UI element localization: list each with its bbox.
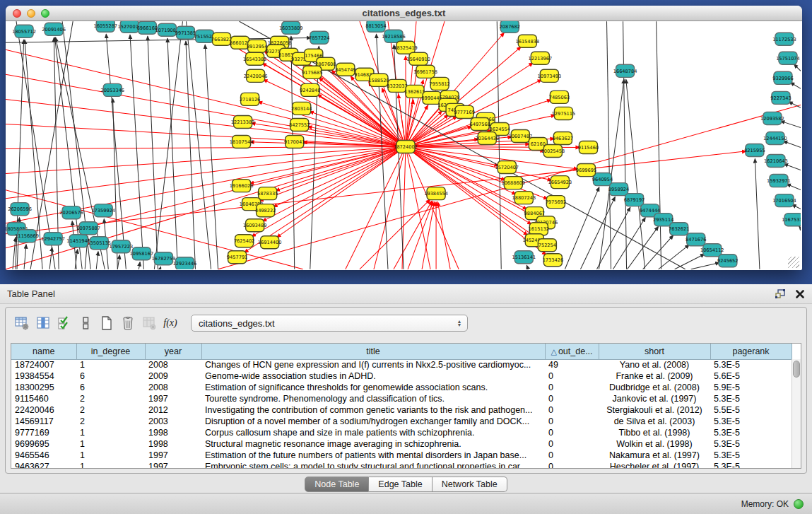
network-graph[interactable]: 1872400718055712200914061605528715270072…: [6, 21, 801, 269]
red-edge[interactable]: [264, 79, 406, 146]
table-cell[interactable]: 0: [545, 382, 599, 393]
table-cell[interactable]: Franke et al. (2009): [599, 370, 710, 382]
table-cell[interactable]: 2012: [145, 404, 201, 416]
graph-node[interactable]: 15751074: [776, 52, 800, 64]
table-cell[interactable]: Corpus callosum shape and size in male p…: [201, 427, 545, 438]
graph-node[interactable]: 17016504: [772, 194, 796, 207]
graph-node[interactable]: 9463627: [553, 132, 573, 144]
table-cell[interactable]: 0: [545, 427, 599, 438]
table-cell[interactable]: 0: [545, 370, 599, 382]
table-cell[interactable]: 0: [545, 393, 599, 404]
black-edge[interactable]: [596, 207, 630, 269]
table-cell[interactable]: 18300295: [11, 382, 76, 393]
black-edge[interactable]: [607, 21, 611, 269]
table-cell[interactable]: 2: [76, 393, 145, 404]
black-edge[interactable]: [148, 36, 158, 269]
graph-node[interactable]: 4498222: [255, 204, 276, 217]
graph-node[interactable]: 26206596: [8, 203, 32, 216]
graph-node[interactable]: 6879197: [624, 194, 645, 206]
table-settings-icon[interactable]: [11, 313, 33, 334]
table-cell[interactable]: 5.3E-5: [710, 427, 792, 438]
graph-node[interactable]: 16961758: [413, 65, 437, 78]
red-edge[interactable]: [360, 199, 430, 269]
table-cell[interactable]: 1: [76, 438, 145, 450]
table-cell[interactable]: 5.5E-5: [710, 404, 792, 416]
col-header-in-degree[interactable]: in_degree: [76, 344, 145, 359]
col-header-pagerank[interactable]: pagerank: [710, 344, 792, 359]
black-edge[interactable]: [160, 267, 160, 269]
table-cell[interactable]: 2003: [145, 416, 201, 427]
table-cell[interactable]: 5.3E-5: [710, 461, 792, 469]
table-cell[interactable]: 1: [76, 461, 145, 469]
table-cell[interactable]: 2: [76, 404, 145, 416]
red-edge[interactable]: [406, 147, 430, 269]
red-edge[interactable]: [6, 147, 406, 149]
table-cell[interactable]: 14569117: [11, 416, 76, 427]
col-header-out-degree[interactable]: △out_de...: [545, 344, 599, 359]
table-cell[interactable]: 0: [545, 450, 599, 461]
table-cell[interactable]: Estimation of the future numbers of pati…: [201, 450, 545, 461]
table-cell[interactable]: 5.9E-5: [710, 382, 792, 393]
graph-node[interactable]: 9175685: [302, 66, 322, 78]
graph-node[interactable]: 16914400: [258, 236, 282, 249]
import-table-icon[interactable]: [139, 313, 160, 334]
table-row[interactable]: 1830029562008Estimation of significance …: [11, 382, 792, 393]
table-cell[interactable]: 1: [76, 359, 145, 370]
graph-node[interactable]: 12975115: [552, 107, 576, 119]
table-cell[interactable]: 1997: [145, 461, 201, 469]
table-cell[interactable]: 0: [545, 404, 599, 416]
graph-node[interactable]: 16093489: [243, 219, 267, 232]
graph-node[interactable]: 12942757: [41, 233, 65, 245]
black-edge[interactable]: [117, 255, 119, 269]
delete-table-icon[interactable]: [117, 313, 139, 334]
graph-node[interactable]: 1588520: [368, 74, 389, 86]
graph-node[interactable]: 7632621: [669, 223, 689, 235]
graph-node[interactable]: 5878335: [257, 187, 278, 200]
table-cell[interactable]: Wolkin et al. (1998): [599, 438, 710, 450]
black-edge[interactable]: [794, 64, 801, 71]
table-cell[interactable]: 2008: [145, 359, 201, 370]
graph-node[interactable]: 2087682: [500, 21, 520, 33]
table-cell[interactable]: Dudbridge et al. (2008): [599, 382, 710, 393]
table-scrollbar-thumb[interactable]: [793, 361, 800, 378]
table-cell[interactable]: 1998: [145, 427, 201, 438]
graph-node[interactable]: 8471676: [686, 233, 706, 246]
graph-node[interactable]: 8215955: [744, 144, 765, 156]
graph-node[interactable]: 12213383: [231, 115, 255, 128]
graph-node[interactable]: 12213967: [529, 52, 553, 64]
table-row[interactable]: 946362711997Embryonic stem cells: a mode…: [11, 461, 792, 469]
graph-node[interactable]: 11172533: [772, 33, 796, 45]
table-cell[interactable]: Tibbo et al. (1998): [599, 427, 710, 438]
black-edge[interactable]: [787, 184, 801, 189]
black-edge[interactable]: [106, 34, 126, 269]
graph-node[interactable]: 9227343: [770, 91, 791, 104]
tab-node-table[interactable]: Node Table: [305, 477, 369, 492]
table-cell[interactable]: 9777169: [11, 427, 76, 438]
table-cell[interactable]: Yano et al. (2008): [599, 359, 710, 370]
table-cell[interactable]: 9699695: [11, 438, 76, 450]
graph-node[interactable]: 18107544: [230, 135, 254, 148]
graph-node[interactable]: 16154838: [515, 35, 539, 47]
table-cell[interactable]: 19384554: [11, 370, 76, 382]
graph-node[interactable]: 15640910: [406, 52, 430, 65]
graph-node[interactable]: 9777169: [454, 105, 474, 118]
black-edge[interactable]: [780, 121, 801, 127]
graph-node[interactable]: 18807243: [512, 192, 536, 204]
table-cell[interactable]: 2009: [145, 370, 201, 382]
col-header-name[interactable]: name: [11, 344, 76, 359]
black-edge[interactable]: [497, 21, 501, 269]
table-cell[interactable]: Genome-wide association studies in ADHD.: [201, 370, 545, 382]
red-edge[interactable]: [406, 147, 505, 180]
black-edge[interactable]: [394, 45, 404, 269]
graph-node[interactable]: 1733426: [543, 254, 563, 267]
table-cell[interactable]: Disruption of a novel member of a sodium…: [201, 416, 545, 427]
graph-node[interactable]: 19166028: [230, 180, 254, 192]
graph-node[interactable]: 9170041: [284, 135, 305, 148]
new-table-icon[interactable]: [96, 313, 117, 334]
black-edge[interactable]: [186, 41, 196, 269]
black-edge[interactable]: [24, 245, 26, 269]
table-cell[interactable]: Changes of HCN gene expression and I(f) …: [201, 359, 545, 370]
graph-node[interactable]: 22420046: [244, 69, 268, 82]
graph-node[interactable]: 15136141: [512, 251, 536, 264]
graph-node[interactable]: 10958167: [130, 247, 154, 260]
